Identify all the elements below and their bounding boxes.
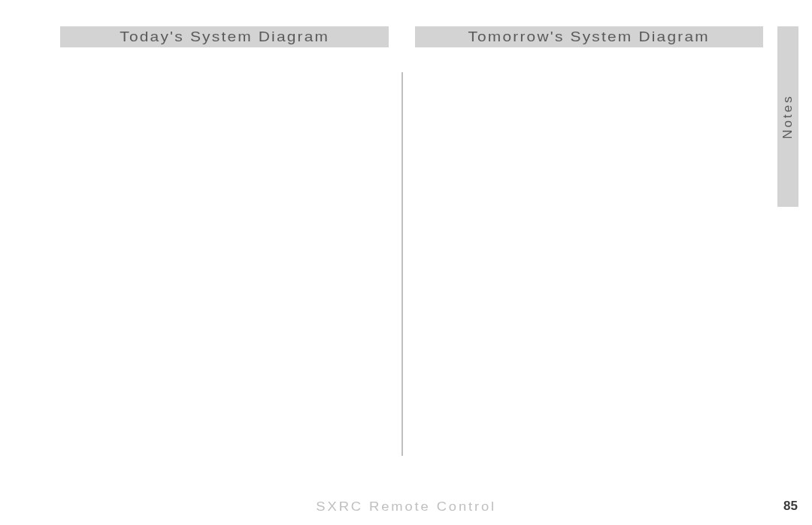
footer-container: SXRC Remote Control <box>0 500 812 514</box>
vertical-divider <box>401 72 403 456</box>
page-number: 85 <box>783 499 798 514</box>
page-container: Today's System Diagram Tomorrow's System… <box>0 0 812 525</box>
side-tab-label: Notes <box>780 94 795 138</box>
header-left-title: Today's System Diagram <box>120 29 329 45</box>
header-left-panel: Today's System Diagram <box>60 26 389 47</box>
footer-title: SXRC Remote Control <box>316 500 496 514</box>
right-diagram-area <box>415 53 763 459</box>
left-diagram-area <box>60 53 389 459</box>
header-right-title: Tomorrow's System Diagram <box>468 29 710 45</box>
side-tab-panel: Notes <box>777 26 798 207</box>
header-right-panel: Tomorrow's System Diagram <box>415 26 763 47</box>
